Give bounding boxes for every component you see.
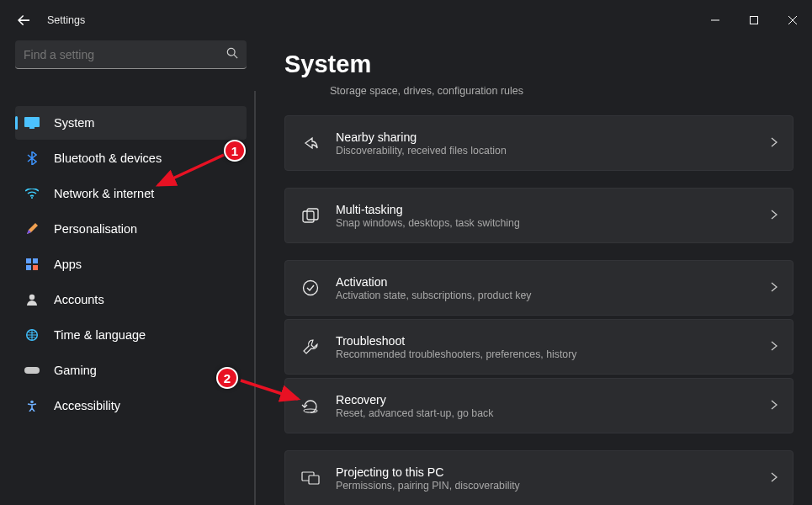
arrow-left-icon [18, 14, 29, 26]
scrollbar[interactable] [254, 91, 256, 505]
card-subtitle: Discoverability, received files location [336, 145, 771, 157]
svg-rect-3 [29, 127, 34, 129]
sidebar: System Bluetooth & devices Network & int… [0, 40, 261, 505]
chevron-right-icon [771, 398, 778, 413]
bluetooth-icon [24, 150, 40, 167]
card-title: Recovery [336, 393, 771, 407]
svg-rect-8 [33, 265, 38, 270]
paintbrush-icon [24, 221, 40, 237]
nav-label: Personalisation [54, 222, 137, 236]
card-activation[interactable]: Activation Activation state, subscriptio… [284, 260, 793, 316]
page-title: System [284, 50, 793, 78]
window-controls [696, 6, 812, 35]
chevron-right-icon [771, 208, 778, 223]
svg-rect-2 [24, 117, 40, 127]
person-icon [24, 291, 40, 308]
app-title: Settings [47, 14, 85, 26]
card-projecting[interactable]: Projecting to this PC Permissions, pairi… [284, 450, 793, 505]
wrench-icon [300, 337, 321, 357]
nav-label: Gaming [54, 364, 97, 377]
chevron-right-icon [771, 280, 778, 295]
svg-rect-5 [26, 258, 31, 263]
svg-point-4 [31, 197, 33, 199]
nav-label: Apps [54, 258, 82, 271]
card-title: Troubleshoot [336, 334, 771, 348]
svg-rect-18 [309, 476, 319, 484]
close-icon [788, 16, 797, 24]
display-icon [24, 114, 40, 131]
gamepad-icon [24, 362, 40, 379]
sidebar-item-personalisation[interactable]: Personalisation [15, 212, 247, 246]
nav-label: System [54, 116, 94, 130]
card-subtitle: Activation state, subscriptions, product… [336, 290, 771, 301]
svg-rect-6 [33, 258, 38, 263]
svg-rect-11 [24, 367, 40, 374]
back-button[interactable] [15, 12, 32, 29]
card-subtitle: Permissions, pairing PIN, discoverabilit… [336, 480, 771, 492]
svg-rect-7 [26, 265, 31, 270]
chevron-right-icon [771, 339, 778, 354]
project-icon [300, 468, 321, 488]
wifi-icon [24, 185, 40, 202]
search-icon [226, 47, 238, 62]
recovery-icon [300, 396, 321, 416]
accessibility-icon [24, 397, 40, 414]
sidebar-item-gaming[interactable]: Gaming [15, 354, 247, 387]
svg-rect-0 [751, 17, 758, 24]
search-input[interactable] [24, 48, 226, 61]
nav-label: Network & internet [54, 187, 154, 200]
check-circle-icon [300, 278, 321, 298]
maximize-button[interactable] [735, 6, 773, 35]
search-box[interactable] [15, 40, 247, 69]
card-multitasking[interactable]: Multi-tasking Snap windows, desktops, ta… [284, 188, 793, 243]
card-title: Projecting to this PC [336, 465, 771, 479]
annotation-badge-2: 2 [216, 367, 238, 389]
sidebar-item-accounts[interactable]: Accounts [15, 283, 247, 316]
nav-label: Accounts [54, 293, 104, 306]
minimize-icon [711, 16, 719, 24]
sidebar-item-apps[interactable]: Apps [15, 247, 247, 281]
card-nearby-sharing[interactable]: Nearby sharing Discoverability, received… [284, 115, 793, 171]
sidebar-item-accessibility[interactable]: Accessibility [15, 389, 247, 423]
card-title: Nearby sharing [336, 130, 771, 144]
card-subtitle: Snap windows, desktops, task switching [336, 217, 771, 229]
svg-point-12 [30, 401, 34, 404]
minimize-button[interactable] [696, 6, 735, 35]
svg-rect-13 [303, 211, 314, 222]
chevron-right-icon [771, 470, 778, 486]
sidebar-item-system[interactable]: System [15, 106, 247, 140]
card-title: Activation [336, 275, 771, 289]
apps-icon [24, 256, 40, 273]
card-subtitle: Recommended troubleshooters, preferences… [336, 348, 771, 360]
card-subtitle: Reset, advanced start-up, go back [336, 407, 771, 419]
main-panel: System Storage space, drives, configurat… [261, 40, 812, 505]
sidebar-item-network[interactable]: Network & internet [15, 177, 247, 210]
sidebar-item-bluetooth[interactable]: Bluetooth & devices [15, 141, 247, 175]
nav-label: Bluetooth & devices [54, 152, 162, 165]
titlebar: Settings [0, 0, 812, 40]
svg-rect-14 [307, 209, 318, 220]
svg-point-9 [29, 295, 34, 300]
chevron-right-icon [771, 136, 778, 151]
nav-list: System Bluetooth & devices Network & int… [15, 106, 249, 423]
nav-label: Accessibility [54, 399, 120, 412]
multitask-icon [300, 205, 321, 226]
svg-point-15 [304, 281, 318, 295]
card-title: Multi-tasking [336, 203, 771, 216]
svg-point-1 [227, 48, 235, 56]
card-troubleshoot[interactable]: Troubleshoot Recommended troubleshooters… [284, 319, 793, 375]
close-button[interactable] [773, 6, 812, 35]
card-recovery[interactable]: Recovery Reset, advanced start-up, go ba… [284, 378, 793, 433]
globe-icon [24, 327, 40, 343]
nav-label: Time & language [54, 328, 146, 342]
partial-card-subtitle: Storage space, drives, configuration rul… [284, 85, 793, 97]
maximize-icon [750, 16, 758, 24]
annotation-badge-1: 1 [224, 140, 246, 162]
share-icon [300, 133, 321, 153]
sidebar-item-time-language[interactable]: Time & language [15, 318, 247, 352]
